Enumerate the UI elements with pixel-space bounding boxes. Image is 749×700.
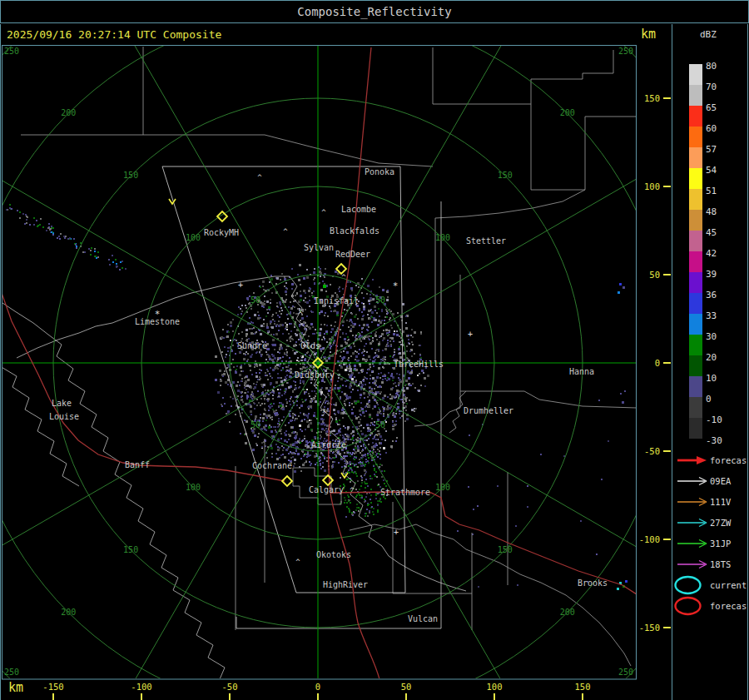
mountain-line xyxy=(0,366,79,486)
colorbar-legend-canvas: 807065605754514845423936333020100-10-30f… xyxy=(672,24,747,700)
check-marker-icon xyxy=(169,199,176,204)
colorbar-swatch xyxy=(689,231,702,251)
caret-marker-icon: ^ xyxy=(314,383,319,391)
y-axis-label: 0 xyxy=(655,358,660,368)
green-dot-marker xyxy=(323,285,326,288)
ring-distance-label: 250 xyxy=(618,47,633,56)
precip-speckles xyxy=(0,204,627,590)
county-line xyxy=(433,50,613,104)
ring-distance-label: 250 xyxy=(4,47,19,56)
city-label: Stettler xyxy=(466,236,506,246)
colorbar-value-label: 57 xyxy=(706,144,717,155)
colorbar-swatch xyxy=(689,85,702,106)
colorbar-value-label: 36 xyxy=(706,290,717,300)
y-axis-label: 100 xyxy=(644,181,660,191)
ring-distance-label: 200 xyxy=(61,608,76,617)
legend-label: forecast xyxy=(710,455,747,465)
city-label: Lacombe xyxy=(341,205,376,214)
star-marker-icon: * xyxy=(393,280,399,291)
x-axis-label: -150 xyxy=(42,682,63,692)
colorbar-value-label: 42 xyxy=(706,248,717,259)
colorbar-value-label: 39 xyxy=(706,269,717,280)
ring-distance-label: 150 xyxy=(123,545,138,554)
y-axis-label: 150 xyxy=(644,93,660,103)
colorbar-value-label: 65 xyxy=(706,102,717,113)
city-label: Brooks xyxy=(578,578,608,588)
colorbar-swatch xyxy=(689,147,702,168)
ring-distance-label: 200 xyxy=(560,608,575,617)
radar-map: 5050505010010010010015015015015020020020… xyxy=(0,0,749,700)
colorbar-swatch xyxy=(689,210,702,231)
x-axis-label: 150 xyxy=(575,682,591,692)
legend-label: current xyxy=(710,580,747,590)
city-label: Sylvan xyxy=(304,243,334,252)
caret-marker-icon: ^ xyxy=(257,173,262,181)
city-label: HighRiver xyxy=(323,580,368,589)
city-label: Okotoks xyxy=(316,550,351,559)
azimuth-spoke xyxy=(318,363,568,700)
ring-distance-label: 250 xyxy=(618,668,633,677)
colorbar-swatch xyxy=(689,64,702,85)
colorbar-value-label: 20 xyxy=(706,352,717,363)
city-label: Calgary xyxy=(309,485,344,494)
ring-distance-label: 200 xyxy=(61,108,76,117)
window-title: Composite_Reflectivity xyxy=(297,5,451,18)
mountain-boundaries xyxy=(0,276,466,679)
colorbar-swatch xyxy=(689,418,702,439)
city-label: Louise xyxy=(49,412,79,421)
county-line xyxy=(531,104,637,190)
colorbar-swatch xyxy=(689,127,702,147)
colorbar-value-label: 80 xyxy=(706,61,717,72)
legend-label: 31JP xyxy=(710,539,731,549)
city-label: Innisfail xyxy=(314,296,359,305)
city-label: RockyMH xyxy=(204,228,239,237)
city-label: Airdrie xyxy=(311,440,346,449)
colorbar-swatch xyxy=(689,293,702,314)
caret-marker-icon: ^ xyxy=(321,208,326,216)
title-bar: Composite_Reflectivity xyxy=(0,0,749,23)
city-label: Didsbury xyxy=(295,370,335,380)
ring-distance-label: 50 xyxy=(250,420,260,429)
city-label: Limestone xyxy=(135,317,180,326)
forecast-arrowhead-icon xyxy=(697,456,707,464)
colorbar-value-label: 54 xyxy=(706,165,717,176)
county-line xyxy=(265,135,433,166)
county-line xyxy=(435,190,585,218)
colorbar-value-label: -30 xyxy=(706,435,722,446)
colorbar-value-label: 30 xyxy=(706,331,717,342)
storm-ellipse-icon xyxy=(676,598,701,614)
legend-label: 27ZW xyxy=(710,518,732,528)
caret-marker-icon: ^ xyxy=(295,558,300,566)
city-label: Banff xyxy=(125,460,150,469)
caret-marker-icon: ^ xyxy=(322,410,327,418)
radar-center-dot xyxy=(317,362,320,365)
city-label: Hanna xyxy=(569,367,594,376)
city-label: Olds xyxy=(300,341,320,350)
city-label: Lake xyxy=(52,399,72,408)
city-label: Sundre xyxy=(237,341,267,350)
city-label: Cochrane xyxy=(252,461,292,470)
ring-distance-label: 150 xyxy=(498,171,513,180)
city-label: Ponoka xyxy=(365,167,394,176)
storm-ellipse-icon xyxy=(676,577,701,593)
y-axis-label: -100 xyxy=(639,534,660,544)
ring-distance-label: 200 xyxy=(560,108,575,117)
x-axis-label: -100 xyxy=(131,682,151,692)
caret-marker-icon: ^ xyxy=(350,486,355,494)
km-unit-bottom: km xyxy=(8,680,23,695)
colorbar-value-label: 0 xyxy=(706,394,712,405)
colorbar-swatch xyxy=(689,355,702,376)
caret-marker-icon: ^ xyxy=(283,227,288,236)
caret-marker-icon: ^ xyxy=(298,310,303,319)
caret-marker-icon: ^ xyxy=(341,273,346,281)
ring-distance-label: 100 xyxy=(435,233,450,242)
city-label: ThreeHills xyxy=(394,360,444,369)
colorbar-panel: dBZ 807065605754514845423936333020100-10… xyxy=(672,24,748,700)
caret-marker-icon: ^ xyxy=(374,433,379,441)
colorbar-value-label: 45 xyxy=(706,227,717,238)
ring-distance-label: 50 xyxy=(375,295,385,305)
city-label: Drumheller xyxy=(464,406,513,415)
ring-distance-label: 50 xyxy=(375,420,385,429)
legend-label: 09EA xyxy=(710,476,732,486)
timestamp-label: 2025/09/16 20:27:14 UTC Composite xyxy=(7,28,221,41)
